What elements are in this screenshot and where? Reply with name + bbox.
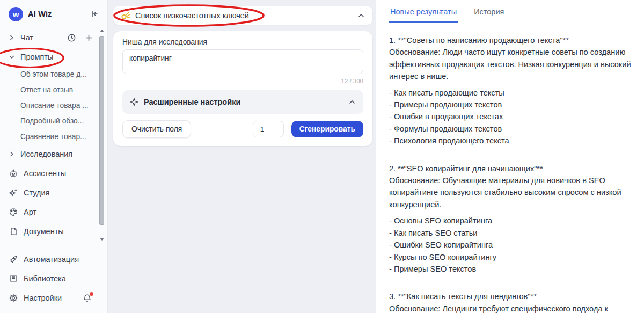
prompt-item[interactable]: Подробный обзо... — [0, 113, 107, 129]
sidebar-item-label: Студия — [24, 188, 49, 197]
result-bullet: - Основы SEO копирайтинга — [389, 215, 631, 227]
sidebar-scrollbar[interactable] — [99, 28, 105, 242]
chevron-down-icon — [9, 54, 15, 60]
generation-count-input[interactable] — [253, 121, 284, 137]
palette-icon — [9, 207, 18, 217]
chevron-up-icon — [348, 98, 356, 106]
diamond-star-icon — [130, 98, 138, 106]
sidebar-item-label: Арт — [24, 208, 36, 216]
result-bullet: - Курсы по SEO копирайтингу — [389, 251, 631, 263]
advanced-settings-label: Расширенные настройки — [144, 98, 343, 106]
scroll-down-arrow[interactable] — [100, 238, 104, 241]
logo-row: w AI Wiz — [0, 0, 107, 28]
sidebar-item-prompts[interactable]: Промпты — [0, 47, 107, 67]
tab-new-results[interactable]: Новые результаты — [389, 0, 458, 23]
char-counter: 12 / 300 — [122, 78, 363, 84]
results-content: 1. **"Советы по написанию продающего тек… — [376, 23, 644, 313]
result-bullet: - Как писать SEO статьи — [389, 227, 631, 239]
result-bullets: - Как писать продающие тексты - Примеры … — [389, 87, 631, 147]
form-actions: Очистить поля Сгенерировать — [122, 120, 363, 138]
result-body: Обоснование: Обучающие материалы для нов… — [389, 174, 631, 210]
results-tabs: Новые результаты История — [376, 0, 644, 23]
prompt-form-card: Ниша для исследования копирайтинг 12 / 3… — [113, 31, 372, 146]
prompt-item[interactable]: Описание товара ... — [0, 98, 107, 113]
scroll-up-arrow[interactable] — [100, 30, 104, 32]
niche-input[interactable]: копирайтинг — [122, 49, 363, 74]
sidebar-item-label: Библиотека — [24, 274, 66, 283]
sidebar-item-label: Чат — [20, 33, 33, 42]
ok-hand-icon — [121, 11, 130, 20]
robot-icon — [9, 169, 18, 178]
document-icon — [9, 227, 18, 236]
sidebar-item-automation[interactable]: Автоматизация — [0, 250, 107, 269]
result-bullet: - Ошибки SEO копирайтинга — [389, 239, 631, 251]
collapse-sidebar-icon[interactable] — [89, 9, 100, 19]
scrollbar-thumb[interactable] — [99, 36, 104, 225]
notifications-bell-icon[interactable] — [82, 293, 92, 303]
sparkles-icon — [9, 188, 18, 198]
sidebar-item-label: Исследования — [20, 150, 72, 158]
history-clock-icon[interactable] — [67, 33, 76, 42]
result-bullet: - Ошибки в продающих текстах — [389, 111, 631, 122]
result-bullet: - Примеры продающих текстов — [389, 99, 631, 111]
chevron-right-icon — [9, 151, 15, 157]
result-section: 1. **"Советы по написанию продающего тек… — [389, 34, 631, 147]
new-chat-plus-icon[interactable] — [84, 33, 93, 42]
result-heading: 1. **"Советы по написанию продающего тек… — [389, 34, 631, 46]
result-bullet: - Как писать продающие тексты — [389, 87, 631, 99]
tab-history[interactable]: История — [473, 0, 505, 23]
sidebar-divider — [0, 246, 107, 246]
sidebar-item-label: Автоматизация — [24, 255, 79, 264]
result-bullets: - Основы SEO копирайтинга - Как писать S… — [389, 215, 631, 275]
prompt-item[interactable]: Об этом товаре д... — [0, 67, 107, 82]
sidebar: w AI Wiz Чат Промпты Об этом товаре д...… — [0, 0, 108, 313]
sidebar-item-settings[interactable]: Настройки — [0, 288, 107, 308]
sidebar-item-label: Документы — [24, 227, 64, 236]
sidebar-item-label: Настройки — [24, 294, 62, 302]
sidebar-item-label: Ассистенты — [24, 169, 66, 178]
sidebar-item-research[interactable]: Исследования — [0, 144, 107, 164]
result-bullet: - Формулы продающих текстов — [389, 123, 631, 135]
result-section: 3. **"Как писать тексты для лендингов"**… — [389, 290, 631, 313]
prompt-header-card[interactable]: Список низкочастотных ключей — [113, 6, 372, 25]
gear-icon — [9, 293, 18, 303]
sidebar-item-documents[interactable]: Документы — [0, 222, 107, 241]
result-bullet: - Примеры SEO текстов — [389, 263, 631, 275]
prompt-panel: Список низкочастотных ключей Ниша для ис… — [108, 0, 376, 313]
app-logo: w — [9, 7, 23, 21]
results-panel: Новые результаты История 1. **"Советы по… — [376, 0, 644, 313]
prompt-item[interactable]: Ответ на отзыв — [0, 82, 107, 98]
niche-field-label: Ниша для исследования — [122, 38, 363, 46]
sidebar-item-assistants[interactable]: Ассистенты — [0, 164, 107, 183]
sidebar-item-chat[interactable]: Чат — [0, 28, 107, 47]
notification-dot — [90, 292, 93, 296]
advanced-settings-toggle[interactable]: Расширенные настройки — [122, 90, 363, 114]
result-heading: 2. **"SEO копирайтинг для начинающих"** — [389, 163, 631, 174]
book-icon — [9, 274, 18, 283]
sidebar-item-art[interactable]: Арт — [0, 202, 107, 222]
generate-button[interactable]: Сгенерировать — [291, 121, 363, 137]
result-bullet: - Психология продающего текста — [389, 135, 631, 147]
chevron-up-icon — [357, 12, 365, 19]
clear-fields-button[interactable]: Очистить поля — [122, 120, 191, 138]
prompt-title: Список низкочастотных ключей — [135, 11, 353, 20]
brand-name: AI Wiz — [28, 10, 84, 18]
prompt-item[interactable]: Сравнение товар... — [0, 129, 107, 144]
result-body: Обоснование: Люди часто ищут конкретные … — [389, 46, 631, 82]
sidebar-item-library[interactable]: Библиотека — [0, 269, 107, 288]
result-heading: 3. **"Как писать тексты для лендингов"** — [389, 290, 631, 302]
chevron-right-icon — [9, 34, 15, 41]
sidebar-item-label: Промпты — [20, 53, 53, 61]
result-body: Обоснование: Лендинги требуют специфичес… — [389, 303, 631, 313]
sidebar-item-studio[interactable]: Студия — [0, 183, 107, 202]
result-section: 2. **"SEO копирайтинг для начинающих"** … — [389, 163, 631, 275]
app-window: w AI Wiz Чат Промпты Об этом товаре д...… — [0, 0, 644, 313]
rocket-icon — [9, 254, 18, 264]
